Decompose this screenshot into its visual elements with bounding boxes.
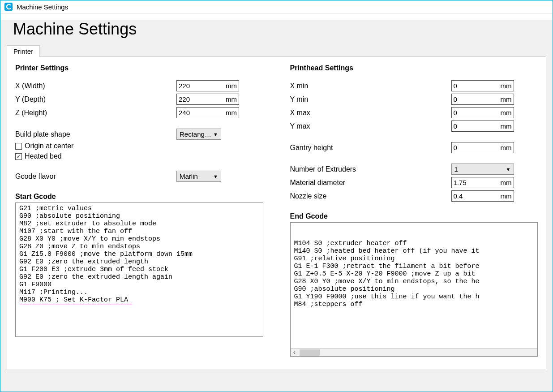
z-height-input[interactable] — [179, 109, 219, 116]
nozzle-size-unit: mm — [501, 192, 512, 200]
ymax-unit: mm — [501, 122, 512, 130]
y-depth-unit: mm — [226, 95, 237, 103]
cura-app-icon — [4, 2, 13, 11]
settings-panel: Printer Settings X (Width) mm Y (Depth) … — [7, 56, 546, 370]
start-gcode-textarea[interactable]: G21 ;metric values G90 ;absolute positio… — [15, 202, 263, 337]
xmin-input[interactable] — [454, 82, 494, 90]
chevron-down-icon: ▼ — [213, 132, 218, 137]
z-height-row: Z (Height) mm — [15, 107, 263, 118]
gcode-flavor-select[interactable]: Marlin ▼ — [176, 171, 221, 182]
x-width-label: X (Width) — [15, 82, 176, 90]
ymin-input-wrap: mm — [451, 94, 514, 105]
content-area: Machine Settings Printer Printer Setting… — [0, 20, 553, 392]
y-depth-input[interactable] — [179, 95, 219, 103]
ymax-label: Y max — [290, 122, 451, 130]
y-depth-row: Y (Depth) mm — [15, 94, 263, 105]
nozzle-size-input-wrap: mm — [451, 190, 514, 202]
gantry-height-row: Gantry height mm — [290, 142, 538, 153]
printhead-settings-heading: Printhead Settings — [290, 64, 538, 72]
gantry-height-label: Gantry height — [290, 144, 451, 152]
end-gcode-textarea[interactable]: M104 S0 ;extruder heater off M140 S0 ;he… — [290, 222, 538, 357]
chevron-down-icon: ▼ — [506, 167, 511, 172]
gcode-flavor-row: Gcode flavor Marlin ▼ — [15, 171, 263, 182]
z-height-unit: mm — [226, 109, 237, 116]
x-width-input[interactable] — [179, 82, 219, 90]
build-plate-shape-value: Rectangu... — [180, 130, 211, 138]
tab-row: Printer — [7, 45, 546, 56]
xmax-row: X max mm — [290, 107, 538, 118]
build-plate-shape-label: Build plate shape — [15, 130, 176, 138]
ymax-input-wrap: mm — [451, 121, 514, 132]
xmax-unit: mm — [501, 109, 512, 116]
num-extruders-row: Number of Extruders 1 ▼ — [290, 164, 538, 175]
x-width-unit: mm — [226, 82, 237, 90]
chevron-down-icon: ▼ — [213, 174, 218, 179]
scroll-left-button[interactable] — [291, 349, 299, 357]
gcode-flavor-value: Marlin — [180, 172, 211, 180]
material-diameter-input[interactable] — [454, 179, 494, 186]
gantry-height-input-wrap: mm — [451, 142, 514, 153]
xmin-row: X min mm — [290, 80, 538, 91]
nozzle-size-label: Nozzle size — [290, 192, 451, 200]
xmin-input-wrap: mm — [451, 80, 514, 91]
heated-bed-label: Heated bed — [25, 152, 62, 160]
gantry-height-input[interactable] — [454, 144, 494, 151]
xmax-input[interactable] — [454, 109, 494, 116]
origin-at-center-checkbox[interactable] — [15, 143, 22, 150]
xmin-unit: mm — [501, 82, 512, 90]
printhead-settings-column: Printhead Settings X min mm Y min mm X m… — [290, 64, 538, 362]
start-gcode-highlighted-line: M900 K75 ; Set K-Factor PLA — [19, 296, 132, 304]
num-extruders-label: Number of Extruders — [290, 165, 451, 173]
xmin-label: X min — [290, 82, 451, 90]
origin-at-center-row: Origin at center — [15, 142, 263, 150]
gantry-height-unit: mm — [501, 144, 512, 151]
titlebar: Machine Settings — [0, 0, 553, 13]
nozzle-size-row: Nozzle size mm — [290, 190, 538, 202]
x-width-input-wrap: mm — [176, 80, 239, 91]
ymin-row: Y min mm — [290, 94, 538, 105]
tab-printer[interactable]: Printer — [7, 45, 40, 57]
origin-at-center-label: Origin at center — [25, 142, 73, 150]
gcode-flavor-label: Gcode flavor — [15, 172, 176, 181]
printer-settings-heading: Printer Settings — [15, 64, 263, 72]
material-diameter-label: Material diameter — [290, 179, 451, 187]
ymin-unit: mm — [501, 95, 512, 103]
nozzle-size-input[interactable] — [454, 192, 494, 200]
end-gcode-heading: End Gcode — [290, 212, 538, 220]
ymin-label: Y min — [290, 95, 451, 103]
heated-bed-row: Heated bed — [15, 152, 263, 160]
z-height-input-wrap: mm — [176, 107, 239, 118]
xmax-input-wrap: mm — [451, 107, 514, 118]
svg-rect-0 — [4, 3, 13, 11]
start-gcode-heading: Start Gcode — [15, 193, 263, 201]
heated-bed-checkbox[interactable] — [15, 153, 22, 160]
build-plate-shape-row: Build plate shape Rectangu... ▼ — [15, 129, 263, 140]
scroll-thumb[interactable] — [300, 349, 320, 356]
y-depth-input-wrap: mm — [176, 94, 239, 105]
ymax-row: Y max mm — [290, 121, 538, 132]
ymin-input[interactable] — [454, 95, 494, 103]
xmax-label: X max — [290, 109, 451, 117]
build-plate-shape-select[interactable]: Rectangu... ▼ — [176, 129, 221, 140]
num-extruders-select[interactable]: 1 ▼ — [451, 164, 514, 175]
window-title: Machine Settings — [17, 3, 68, 11]
printer-settings-column: Printer Settings X (Width) mm Y (Depth) … — [15, 64, 263, 362]
material-diameter-row: Material diameter mm — [290, 177, 538, 188]
z-height-label: Z (Height) — [15, 109, 176, 117]
ymax-input[interactable] — [454, 122, 494, 130]
material-diameter-input-wrap: mm — [451, 177, 514, 188]
page-title: Machine Settings — [13, 20, 546, 39]
horizontal-scrollbar[interactable] — [291, 348, 538, 356]
y-depth-label: Y (Depth) — [15, 95, 176, 103]
material-diameter-unit: mm — [501, 179, 512, 186]
x-width-row: X (Width) mm — [15, 80, 263, 91]
num-extruders-value: 1 — [454, 165, 504, 173]
